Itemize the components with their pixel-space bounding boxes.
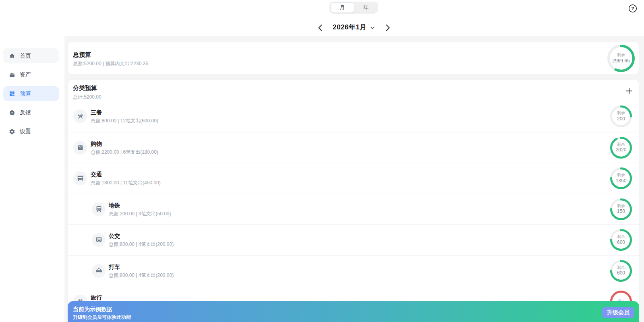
sidebar-item-label: 首页 <box>20 52 31 60</box>
sidebar-item-budget[interactable]: 预算 <box>3 86 59 101</box>
help-icon[interactable]: ? <box>628 4 638 13</box>
row-title: 交通 <box>91 171 102 178</box>
banner-title: 当前为示例数据 <box>73 306 112 313</box>
remaining-ring: 剩余2020 <box>610 137 632 159</box>
date-selector[interactable]: 2026年1月 <box>333 23 376 32</box>
next-month-button[interactable] <box>383 23 392 33</box>
budget-row-bus[interactable]: 公交 总额:800.00 | 4笔支出(200.00) 剩余600 <box>68 224 639 255</box>
budget-row-transport[interactable]: 交通 总额:1800.00 | 11笔支出(450.00) 剩余1350 <box>68 163 639 194</box>
ring-value: 2969.65 <box>612 58 630 64</box>
row-title: 购物 <box>91 140 102 148</box>
sidebar-item-label: 资产 <box>20 71 31 78</box>
remaining-ring: 剩余600 <box>610 260 632 282</box>
row-title: 地铁 <box>109 202 120 209</box>
total-budget-card: 总预算 总额:5200.00 | 预算内支出:2230.35 剩余 2969.6… <box>68 42 639 74</box>
sidebar-item-label: 设置 <box>20 128 31 135</box>
svg-text:?: ? <box>631 6 634 11</box>
sidebar-item-label: 预算 <box>20 90 31 97</box>
remaining-ring: 剩余150 <box>610 198 632 220</box>
sidebar-item-home[interactable]: 首页 <box>3 48 59 63</box>
row-subtitle: 总额:200.00 | 3笔支出(50.00) <box>109 211 171 217</box>
bus-icon <box>92 233 106 247</box>
sidebar: 首页 资产 预算 ? 反馈 设置 <box>0 36 64 322</box>
budget-grid-icon <box>9 91 15 97</box>
toggle-month[interactable]: 月 <box>330 2 354 13</box>
svg-text:?: ? <box>11 111 13 114</box>
budget-row-subway[interactable]: 地铁 总额:200.00 | 3笔支出(50.00) 剩余150 <box>68 194 639 225</box>
utensils-icon <box>73 109 87 123</box>
upgrade-member-button[interactable]: 升级会员 <box>602 307 634 318</box>
sidebar-item-assets[interactable]: 资产 <box>3 67 59 82</box>
toggle-year[interactable]: 年 <box>354 2 378 13</box>
budget-row-taxi[interactable]: 打车 总额:800.00 | 4笔支出(200.00) 剩余600 <box>68 255 639 286</box>
row-subtitle: 总额:2200.00 | 6笔支出(180.00) <box>91 149 158 156</box>
sidebar-item-label: 反馈 <box>20 109 31 116</box>
remaining-ring: 剩余1350 <box>610 167 632 189</box>
budget-row-list: 三餐 总额:800.00 | 12笔支出(600.00) 剩余200 购物 总额… <box>68 101 639 317</box>
row-subtitle: 总额:800.00 | 4笔支出(200.00) <box>109 241 174 248</box>
total-budget-subtitle: 总额:5200.00 | 预算内支出:2230.35 <box>73 60 148 67</box>
budget-row-meals[interactable]: 三餐 总额:800.00 | 12笔支出(600.00) 剩余200 <box>68 101 639 132</box>
banner-subtitle: 升级到会员后可体验此功能 <box>73 314 131 321</box>
row-title: 公交 <box>109 233 120 240</box>
date-label: 2026年1月 <box>333 23 367 32</box>
sidebar-item-feedback[interactable]: ? 反馈 <box>3 105 59 120</box>
remaining-ring: 剩余600 <box>610 229 632 251</box>
remaining-ring: 剩余200 <box>610 105 632 127</box>
chevron-down-icon <box>369 25 376 31</box>
sample-data-banner: 当前为示例数据 升级到会员后可体验此功能 升级会员 <box>68 301 639 322</box>
sidebar-item-settings[interactable]: 设置 <box>3 124 59 139</box>
category-budget-title: 分类预算 <box>73 85 97 92</box>
category-budget-subtitle: 总计:5200.00 <box>73 94 101 101</box>
row-title: 旅行 <box>91 294 102 301</box>
row-title: 打车 <box>109 264 120 271</box>
total-budget-title: 总预算 <box>73 51 91 59</box>
category-budget-card: 分类预算 总计:5200.00 三餐 总额:800.00 | 12笔支出(600… <box>68 80 639 322</box>
row-subtitle: 总额:1800.00 | 11笔支出(450.00) <box>91 180 161 186</box>
shopping-bag-icon <box>73 141 87 155</box>
budget-row-shopping[interactable]: 购物 总额:2200.00 | 6笔支出(180.00) 剩余2020 <box>68 132 639 163</box>
feedback-icon: ? <box>9 109 15 116</box>
period-toggle: 月 年 <box>329 2 378 14</box>
add-budget-button[interactable] <box>624 86 634 96</box>
ring-label: 剩余 <box>612 53 630 58</box>
prev-month-button[interactable] <box>316 23 325 33</box>
train-icon <box>92 202 106 216</box>
wallet-icon <box>9 72 15 78</box>
row-subtitle: 总额:800.00 | 12笔支出(600.00) <box>91 118 158 124</box>
home-icon <box>9 53 15 59</box>
total-remaining-ring: 剩余 2969.65 <box>607 45 635 72</box>
settings-gear-icon <box>9 128 15 135</box>
bus-icon <box>73 171 87 185</box>
row-subtitle: 总额:800.00 | 4笔支出(200.00) <box>109 272 174 279</box>
top-bar: 月 年 ? 2026年1月 <box>0 0 644 36</box>
taxi-icon <box>92 264 106 278</box>
row-title: 三餐 <box>91 109 102 116</box>
